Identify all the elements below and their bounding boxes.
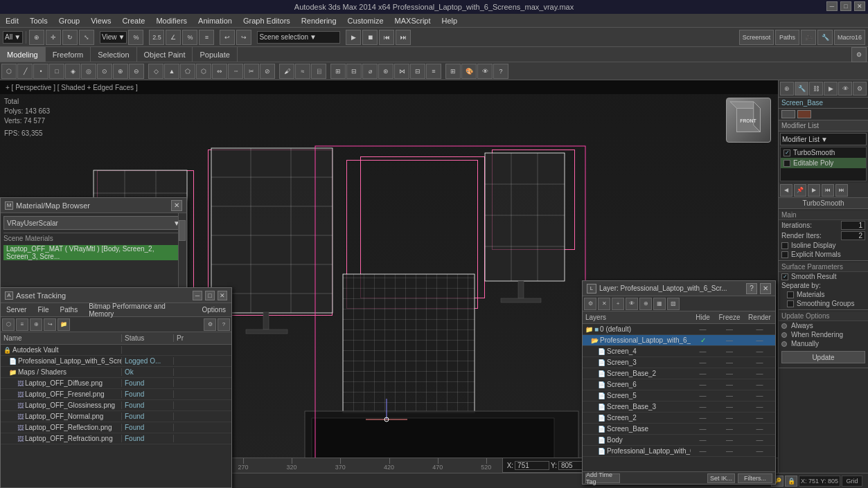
paths-button[interactable]: Paths: [775, 30, 799, 45]
x-coord-value[interactable]: 751: [515, 461, 549, 470]
tab-selection[interactable]: Selection: [91, 47, 136, 62]
asset-menu-file[interactable]: File: [32, 303, 54, 316]
nav-prev-icon[interactable]: ⏮: [822, 184, 834, 197]
conform-tool[interactable]: ⌸: [311, 64, 326, 79]
asset-minimize[interactable]: ─: [193, 291, 202, 300]
layer-select-all-btn[interactable]: ▦: [653, 298, 666, 310]
vertex-tool[interactable]: •: [33, 64, 48, 79]
percent-snap[interactable]: %: [182, 30, 197, 45]
smoothing-groups-row[interactable]: Smoothing Groups: [779, 299, 868, 308]
when-rendering-row[interactable]: When Rendering: [779, 330, 868, 339]
asset-row-refraction[interactable]: 🖼 Laptop_OFF_Refraction.png Found: [1, 433, 231, 444]
spinner-snap[interactable]: ≡: [199, 30, 214, 45]
asset-row-maps[interactable]: 📁 Maps / Shaders Ok: [1, 367, 231, 378]
asset-row-diffuse[interactable]: 🖼 Laptop_OFF_Diffuse.png Found: [1, 378, 231, 389]
asset-tracking-header[interactable]: A Asset Tracking ─ □ ✕: [1, 288, 231, 303]
macro-button[interactable]: Macro16: [834, 30, 865, 45]
layer-deselect-btn[interactable]: ▧: [667, 298, 680, 310]
nav-next-icon[interactable]: ⏭: [835, 184, 848, 197]
screenshot-button[interactable]: Screensot: [739, 30, 774, 45]
material-entry[interactable]: Laptop_OFF_MAT ( VRayMtl ) [Body, Screen…: [3, 245, 184, 260]
menu-graph-editors[interactable]: Graph Editors: [238, 14, 296, 27]
relax-tool[interactable]: ≈: [295, 64, 310, 79]
material-browser-dropdown[interactable]: VRayUserScalar ▼: [3, 216, 184, 230]
isoline-row[interactable]: Isoline Display: [779, 241, 868, 250]
stop-button[interactable]: ⏹: [362, 30, 378, 45]
smooth-result-checkbox[interactable]: [781, 273, 788, 280]
select-button[interactable]: ⊕: [29, 30, 44, 45]
weld-tool[interactable]: ⌀: [362, 64, 378, 79]
layer-row-screen-base-3[interactable]: 📄 Screen_Base_3 — — —: [583, 401, 775, 413]
layer-row-screen5[interactable]: 📄 Screen_5 — — —: [583, 390, 775, 401]
tab-populate[interactable]: Populate: [193, 47, 237, 62]
layer-row-laptop-inner[interactable]: 📄 Professional_Laptop_with_6_Screens — —…: [583, 446, 775, 457]
maximize-button[interactable]: □: [840, 1, 851, 11]
hierarchy-panel-icon[interactable]: ⛓: [809, 82, 823, 96]
explicit-checkbox[interactable]: [781, 251, 788, 258]
layer-row-default[interactable]: 📁 ■ 0 (default) — — —: [583, 324, 775, 335]
help-tool[interactable]: ?: [493, 64, 508, 79]
tab-freeform[interactable]: Freeform: [46, 47, 91, 62]
asset-tool-3[interactable]: ⊕: [30, 318, 42, 331]
asset-row-vault[interactable]: 🔒 Autodesk Vault: [1, 345, 231, 356]
preview-tool[interactable]: 👁: [477, 64, 493, 79]
modifier-checkbox-ts[interactable]: [783, 150, 790, 156]
asset-row-reflection[interactable]: 🖼 Laptop_OFF_Reflection.png Found: [1, 422, 231, 433]
iterations-value[interactable]: 1: [841, 221, 865, 230]
menu-modifiers[interactable]: Modifiers: [150, 14, 193, 27]
menu-customize[interactable]: Customize: [342, 14, 389, 27]
object-color[interactable]: [797, 110, 811, 118]
manually-radio[interactable]: [781, 341, 787, 347]
grow-tool[interactable]: ⊕: [113, 64, 128, 79]
quickslice-tool[interactable]: ⊘: [260, 64, 275, 79]
asset-menu-bitmap[interactable]: Bitmap Performance and Memory: [83, 303, 196, 316]
motion-panel-icon[interactable]: ▶: [824, 82, 838, 96]
view-dropdown[interactable]: View ▼: [100, 31, 127, 44]
set-ik-btn[interactable]: Set IK...: [707, 473, 735, 483]
when-rendering-radio[interactable]: [781, 332, 787, 338]
layer-settings-btn[interactable]: ⚙: [584, 298, 596, 310]
modifier-checkbox-ep[interactable]: [783, 160, 790, 167]
menu-maxscript[interactable]: MAXScript: [389, 14, 436, 27]
asset-row-glossiness[interactable]: 🖼 Laptop_OFF_Glossiness.png Found: [1, 400, 231, 411]
target-weld[interactable]: ⊛: [378, 64, 393, 79]
materials-row[interactable]: Materials: [779, 290, 868, 299]
menu-tools[interactable]: Tools: [24, 14, 53, 27]
nav-forward-icon[interactable]: ▶: [808, 184, 820, 197]
asset-menu-options[interactable]: Options: [197, 303, 231, 316]
smooth-result-row[interactable]: Smooth Result: [779, 272, 868, 281]
extrude-tool[interactable]: ▲: [164, 64, 179, 79]
tab-modeling[interactable]: Modeling: [0, 47, 46, 62]
unwrap-tool[interactable]: ⊞: [445, 64, 461, 79]
attach-tool[interactable]: ⊞: [330, 64, 346, 79]
create-panel-icon[interactable]: ⊕: [780, 82, 794, 96]
asset-row-project[interactable]: 📄 Professional_Laptop_with_6_Screens_max…: [1, 356, 231, 367]
material-browser-header[interactable]: M Material/Map Browser ✕: [1, 198, 186, 213]
layer-row-screen-base[interactable]: 📄 Screen_Base — — —: [583, 424, 775, 435]
layer-row-screen-base-2[interactable]: 📄 Screen_Base_2 — — —: [583, 368, 775, 379]
layer-merge-btn[interactable]: ⊕: [639, 298, 652, 310]
reference-button[interactable]: %: [128, 30, 143, 45]
menu-group[interactable]: Group: [53, 14, 86, 27]
selection-set-dropdown[interactable]: Scene selection ▼: [257, 31, 340, 44]
align-tool[interactable]: ≡: [426, 64, 441, 79]
menu-help[interactable]: Help: [436, 14, 463, 27]
layer-add-btn[interactable]: +: [612, 298, 624, 310]
asset-maximize[interactable]: □: [205, 291, 215, 300]
bevel-tool[interactable]: ⬠: [180, 64, 195, 79]
menu-views[interactable]: Views: [85, 14, 116, 27]
layer-help-btn[interactable]: ?: [746, 283, 757, 294]
asset-options-icon[interactable]: ⚙: [204, 318, 216, 331]
modifier-editable-poly[interactable]: Editable Poly: [781, 158, 866, 168]
make-planar[interactable]: ⊟: [410, 64, 425, 79]
menu-rendering[interactable]: Rendering: [296, 14, 342, 27]
navigation-cube[interactable]: FRONT: [726, 98, 771, 143]
layer-panel-header[interactable]: L Layer: Professional_Laptop_with_6_Scr.…: [583, 281, 775, 296]
material-browser-close[interactable]: ✕: [171, 200, 182, 211]
loop-tool[interactable]: ◎: [81, 64, 96, 79]
edge-tool[interactable]: ╱: [17, 64, 33, 79]
status-lock-btn[interactable]: 🔒: [785, 476, 797, 487]
asset-close[interactable]: ✕: [218, 291, 227, 300]
asset-tool-1[interactable]: ⬡: [2, 318, 15, 331]
layer-row-screen6[interactable]: 📄 Screen_6 — — —: [583, 379, 775, 390]
